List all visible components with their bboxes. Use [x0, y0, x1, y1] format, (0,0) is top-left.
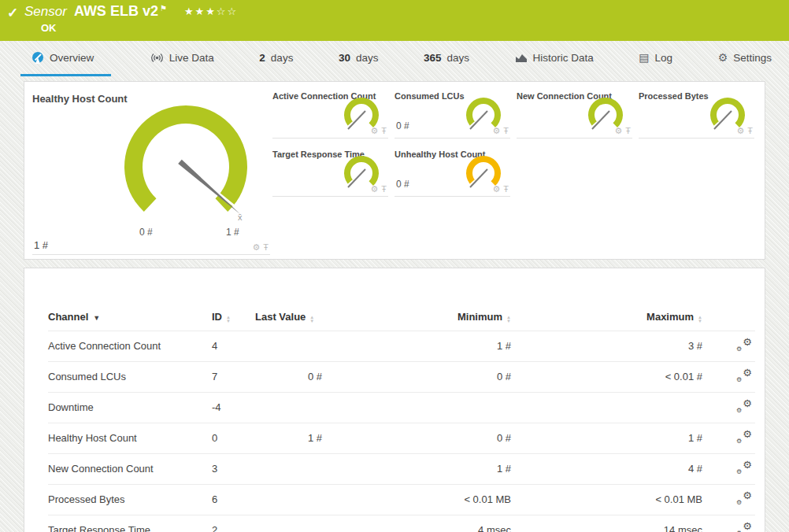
channel-last-value — [255, 454, 322, 485]
gauge-icon — [31, 51, 44, 64]
gauge-current-value: 1 # — [34, 239, 48, 251]
gear-icon: ⚙ — [718, 51, 728, 64]
gauge-cell-consumed-lcus[interactable]: Consumed LCUs 0 # ⚙Ŧ — [394, 90, 510, 139]
priority-stars[interactable]: ★★★☆☆ — [184, 6, 238, 17]
channel-maximum: 3 # — [511, 331, 702, 362]
channel-name: Active Connection Count — [48, 331, 212, 362]
tab-label: Live Data — [169, 52, 214, 64]
column-header-id[interactable]: ID▲▼ — [212, 306, 255, 331]
gear-icon[interactable]: ⚙ — [614, 126, 622, 135]
gauge-cell-new-connection-count[interactable]: New Connection Count ⚙Ŧ — [517, 90, 632, 139]
tab-label: Historic Data — [533, 52, 594, 64]
channel-minimum: 1 # — [322, 454, 511, 485]
tab-label: days — [271, 52, 294, 64]
gear-icon[interactable]: ⚙ — [370, 184, 378, 194]
sensor-status-bar: ✓ Sensor AWS ELB v2 ⚑ ★★★☆☆ OK — [0, 0, 789, 41]
gear-icon[interactable]: ⚙ — [492, 184, 500, 194]
channel-name: Processed Bytes — [48, 485, 212, 515]
channel-settings-icon[interactable]: ⚙⚙ — [736, 400, 752, 412]
pin-icon[interactable]: Ŧ — [625, 126, 631, 135]
channel-settings-icon[interactable]: ⚙⚙ — [736, 523, 752, 532]
area-chart-icon — [515, 52, 528, 63]
flag-icon: ⚑ — [160, 4, 167, 13]
tab-number: 2 — [259, 52, 265, 64]
channel-id: 4 — [212, 331, 255, 362]
column-header-actions — [702, 306, 755, 331]
channel-settings-icon[interactable]: ⚙⚙ — [736, 369, 752, 382]
pin-icon[interactable]: Ŧ — [263, 242, 269, 252]
channel-id: 3 — [212, 454, 255, 485]
gauge-current-value: 0 # — [396, 120, 409, 131]
sensor-status-text: OK — [41, 22, 57, 34]
pin-icon[interactable]: Ŧ — [503, 126, 509, 135]
table-row: New Connection Count 3 1 # 4 # ⚙⚙ — [48, 454, 755, 485]
channel-id: 2 — [212, 515, 255, 532]
tab-settings[interactable]: ⚙ Settings — [712, 41, 778, 76]
channel-maximum: < 0.01 # — [511, 362, 702, 393]
object-kind-label: Sensor — [24, 4, 67, 20]
channel-minimum: 4 msec — [322, 515, 511, 532]
gauge-scale-min: 0 # — [139, 227, 153, 238]
gauge-current-value: 0 # — [396, 179, 409, 190]
sort-icon: ▲▼ — [506, 316, 511, 323]
channel-maximum: 1 # — [511, 423, 702, 454]
pin-icon[interactable]: Ŧ — [381, 184, 387, 194]
channel-settings-icon[interactable]: ⚙⚙ — [736, 430, 752, 443]
channel-minimum — [322, 393, 511, 423]
live-data-icon — [150, 53, 164, 63]
tab-historic-data[interactable]: Historic Data — [509, 41, 600, 76]
tab-label: Log — [655, 52, 673, 64]
tab-label: days — [356, 52, 379, 64]
channel-id: 7 — [212, 362, 255, 393]
gauge-cell-healthy-host-count[interactable]: Healthy Host Count 0 # 1 # x̄ 1 # ⚙Ŧ — [32, 88, 270, 255]
channel-name: Consumed LCUs — [48, 362, 212, 393]
column-header-last-value[interactable]: Last Value▲▼ — [255, 306, 322, 331]
channel-minimum: 0 # — [322, 423, 511, 454]
channel-settings-icon[interactable]: ⚙⚙ — [736, 492, 752, 504]
channel-settings-icon[interactable]: ⚙⚙ — [736, 461, 752, 474]
pin-icon[interactable]: Ŧ — [381, 126, 387, 135]
tab-label: Overview — [50, 52, 94, 64]
sort-icon: ▲▼ — [309, 316, 314, 323]
channel-name: Target Response Time — [48, 515, 212, 532]
channel-minimum: 0 # — [322, 362, 511, 393]
pin-icon[interactable]: Ŧ — [503, 184, 509, 194]
channel-maximum: 4 # — [511, 454, 702, 485]
gauge-cell-processed-bytes[interactable]: Processed Bytes ⚙Ŧ — [639, 90, 754, 139]
channel-table: Channel▼ ID▲▼ Last Value▲▼ Minimum▲▼ Max… — [48, 306, 755, 532]
tab-log[interactable]: ▤ Log — [632, 41, 679, 76]
sort-icon: ▲▼ — [698, 316, 702, 323]
channel-maximum: < 0.01 MB — [511, 485, 702, 515]
gear-icon[interactable]: ⚙ — [492, 126, 500, 135]
channel-id: -4 — [212, 393, 255, 423]
gauge-cell-active-connection-count[interactable]: Active Connection Count ⚙Ŧ — [272, 90, 388, 139]
column-header-channel[interactable]: Channel▼ — [48, 306, 212, 331]
column-header-maximum[interactable]: Maximum▲▼ — [511, 306, 702, 331]
sort-desc-icon: ▼ — [93, 314, 100, 322]
column-header-minimum[interactable]: Minimum▲▼ — [322, 306, 511, 331]
channel-name: New Connection Count — [48, 454, 212, 485]
gear-icon[interactable]: ⚙ — [252, 242, 260, 252]
table-row: Processed Bytes 6 < 0.01 MB < 0.01 MB ⚙⚙ — [48, 485, 755, 515]
channel-last-value — [255, 515, 322, 532]
channel-settings-icon[interactable]: ⚙⚙ — [736, 338, 752, 351]
tab-2-days[interactable]: 2 days — [253, 41, 299, 76]
tab-label: Settings — [733, 52, 772, 64]
table-row: Consumed LCUs 7 0 # 0 # < 0.01 # ⚙⚙ — [48, 362, 755, 393]
channel-last-value: 0 # — [255, 362, 322, 393]
channel-last-value — [255, 485, 322, 515]
channel-name: Healthy Host Count — [48, 423, 212, 454]
channel-name: Downtime — [48, 393, 212, 423]
log-icon: ▤ — [639, 51, 649, 64]
gear-icon[interactable]: ⚙ — [736, 126, 744, 135]
gauge-cell-unhealthy-host-count[interactable]: Unhealthy Host Count 0 # ⚙Ŧ — [394, 148, 510, 197]
channel-id: 0 — [212, 423, 255, 454]
tab-30-days[interactable]: 30 days — [332, 41, 385, 76]
tab-overview[interactable]: Overview — [20, 41, 111, 76]
tab-live-data[interactable]: Live Data — [144, 41, 220, 76]
channel-maximum: 14 msec — [511, 515, 702, 532]
gear-icon[interactable]: ⚙ — [370, 126, 378, 135]
tab-365-days[interactable]: 365 days — [417, 41, 476, 76]
gauge-cell-target-response-time[interactable]: Target Response Time ⚙Ŧ — [272, 148, 388, 197]
pin-icon[interactable]: Ŧ — [747, 126, 753, 135]
